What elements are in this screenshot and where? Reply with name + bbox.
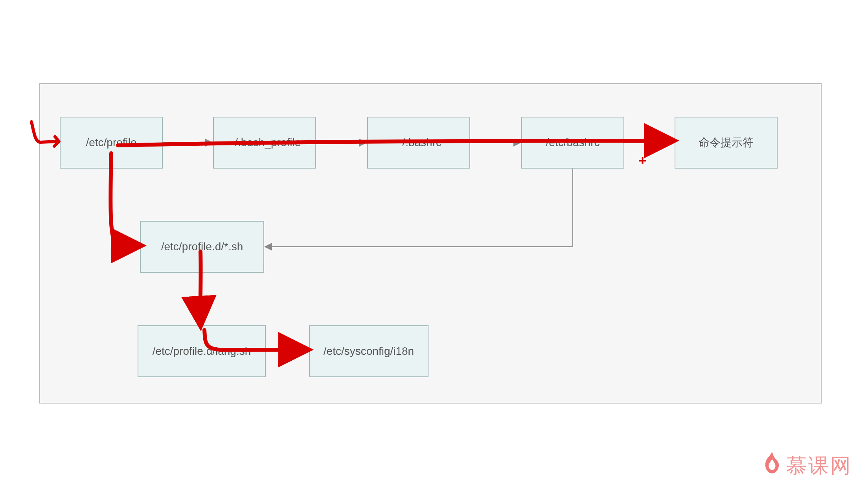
node-etc-bashrc: /etc/bashrc (521, 117, 624, 169)
watermark: 慕课网 (762, 451, 852, 480)
node-bashrc: ~/.bashrc (367, 117, 470, 169)
flame-icon (762, 451, 782, 480)
node-etc-profile: /etc/profile (60, 117, 163, 169)
watermark-text: 慕课网 (786, 452, 852, 480)
node-profile-d: /etc/profile.d/*.sh (140, 221, 264, 273)
node-bash-profile: ~/.bash_profile (213, 117, 316, 169)
node-command-prompt: 命令提示符 (675, 117, 778, 169)
node-profile-d-lang: /etc/profile.d/lang.sh (138, 325, 266, 377)
plus-annotation: + (638, 152, 647, 169)
node-sysconfig-i18n: /etc/sysconfig/i18n (309, 325, 428, 377)
